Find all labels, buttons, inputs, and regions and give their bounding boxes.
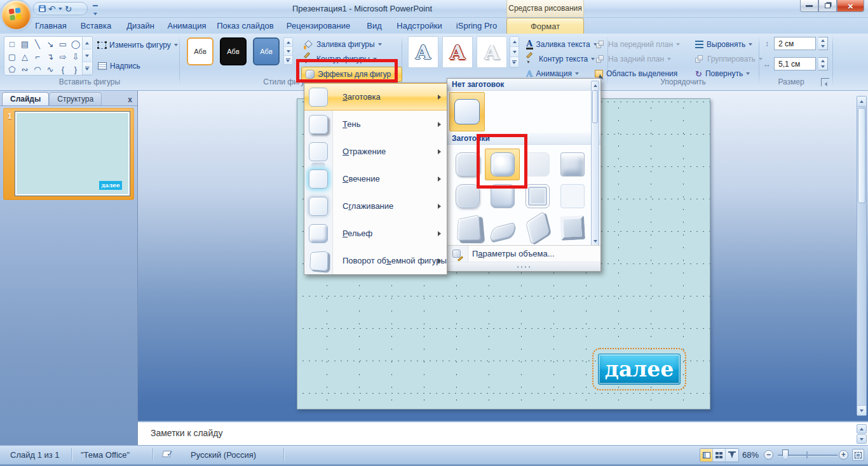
tab-animation[interactable]: Анимация [164, 18, 210, 34]
customize-qat-button[interactable] [92, 5, 99, 17]
shape-elbow-connector-icon[interactable]: ⌐ [31, 50, 44, 63]
shape-fill-button[interactable]: Заливка фигуры [304, 37, 382, 51]
shape-oval-icon[interactable]: ◯ [69, 37, 82, 50]
tab-home[interactable]: Главная [31, 18, 71, 34]
undo-icon[interactable]: ↶ [48, 4, 56, 13]
3d-options-item[interactable]: Параметры объема... [447, 245, 600, 262]
spellcheck-icon[interactable]: ✓ [163, 449, 173, 458]
shape-line-icon[interactable]: ╲ [31, 37, 44, 50]
text-outline-button[interactable]: Контур текста [526, 52, 595, 66]
width-input[interactable]: 5,1 см [774, 57, 816, 70]
shape-elbow-arrow-icon[interactable]: ↴ [44, 50, 57, 63]
wordart-style-1[interactable]: А [408, 36, 438, 68]
gallery-scroll-up[interactable] [592, 81, 599, 90]
slideshow-button[interactable] [726, 449, 738, 462]
text-fill-button[interactable]: А Заливка текста [526, 37, 597, 51]
align-button[interactable]: Выровнять [695, 37, 752, 51]
language-indicator[interactable]: Русский (Россия) [191, 450, 256, 460]
gallery-scroll-down[interactable] [592, 237, 599, 245]
shape-right-brace-icon[interactable]: } [69, 63, 82, 76]
shape-arrow-icon[interactable]: ↘ [44, 37, 57, 50]
shape-rect2-icon[interactable]: ▭ [57, 37, 69, 50]
normal-view-button[interactable] [700, 449, 713, 462]
shape-style-2[interactable]: Абв [220, 37, 247, 65]
panel-close-button[interactable]: x [128, 96, 132, 103]
wordart-more-button[interactable] [510, 57, 519, 67]
gallery-down-button[interactable] [83, 50, 92, 62]
no-preset-option-selected[interactable] [449, 92, 485, 131]
scroll-down-button[interactable] [857, 405, 866, 415]
shape-block-arrow-down-icon[interactable]: ⇩ [69, 50, 82, 63]
preset-option[interactable] [555, 212, 590, 244]
wordart-down-button[interactable] [510, 47, 519, 57]
menu-item-shadow[interactable]: Тень [304, 110, 447, 138]
slide-sorter-button[interactable] [713, 449, 726, 462]
bring-front-button[interactable]: На передний план [596, 37, 680, 51]
save-icon[interactable] [39, 5, 46, 12]
shape-rounded-rect-icon[interactable]: ▢ [6, 50, 18, 63]
menu-item-soft-edges[interactable]: Сглаживание [304, 192, 447, 220]
menu-item-preset[interactable]: Заготовка [304, 83, 447, 110]
zoom-in-button[interactable]: + [839, 450, 848, 460]
group-button[interactable]: Группировать [695, 52, 763, 66]
fit-to-window-button[interactable] [852, 449, 864, 461]
redo-icon[interactable]: ↻ [65, 4, 72, 13]
shape-left-brace-icon[interactable]: { [57, 63, 69, 76]
vertical-scrollbar[interactable] [857, 96, 867, 416]
shape-curve-icon[interactable]: ∿ [44, 63, 57, 76]
gallery-scrollbar[interactable] [591, 81, 599, 246]
undo-dropdown-caret[interactable] [58, 8, 62, 10]
gallery-more-button[interactable] [83, 62, 92, 75]
menu-item-glow[interactable]: Свечение [304, 165, 447, 192]
notes-scrollbar[interactable] [857, 424, 867, 444]
styles-down-button[interactable] [284, 47, 292, 56]
shape-rectangle-icon[interactable]: □ [6, 37, 18, 50]
gallery-up-button[interactable] [83, 37, 92, 50]
tab-outline[interactable]: Структура [49, 92, 102, 105]
notes-scroll-up[interactable] [857, 424, 867, 434]
height-spinner[interactable] [818, 37, 828, 50]
shape-freeform-icon[interactable]: ⬠ [6, 63, 18, 76]
zoom-out-button[interactable]: − [764, 450, 773, 460]
shape-block-arrow-right-icon[interactable]: ⇨ [57, 50, 69, 63]
selected-shape-button[interactable]: далее [598, 354, 681, 385]
close-button[interactable]: × [837, 0, 864, 12]
shape-arc-icon[interactable]: ◠ [31, 63, 44, 76]
office-button[interactable] [2, 1, 31, 29]
scroll-up-button[interactable] [857, 97, 866, 107]
shape-scribble-icon[interactable]: ∾ [18, 63, 31, 76]
size-dialog-launcher[interactable] [821, 78, 829, 86]
tab-design[interactable]: Дизайн [119, 18, 161, 34]
slide-thumbnail-selected[interactable]: 1 далее [3, 108, 134, 200]
shape-triangle-icon[interactable]: △ [18, 50, 31, 63]
tab-addins[interactable]: Надстройки [393, 18, 446, 34]
styles-up-button[interactable] [284, 38, 292, 47]
textbox-button[interactable]: Надпись [98, 59, 140, 73]
menu-item-bevel[interactable]: Рельеф [304, 220, 447, 247]
preset-option[interactable] [485, 212, 520, 244]
theme-name[interactable]: "Тема Office" [81, 450, 130, 460]
tab-review[interactable]: Рецензирование [281, 18, 356, 34]
preset-option[interactable] [520, 212, 555, 244]
gallery-scroll-thumb[interactable] [592, 90, 598, 123]
preset-option[interactable] [450, 212, 485, 244]
minimize-button[interactable] [800, 0, 818, 12]
styles-more-button[interactable] [284, 56, 292, 65]
shape-style-1[interactable]: Абв [187, 37, 214, 65]
menu-resize-grip[interactable] [447, 262, 600, 271]
tab-insert[interactable]: Вставка [75, 18, 117, 34]
menu-item-reflection[interactable]: Отражение [304, 138, 447, 165]
wordart-up-button[interactable] [510, 37, 519, 47]
shape-textbox-icon[interactable]: ▤ [18, 37, 31, 50]
send-back-button[interactable]: На задний план [596, 52, 671, 66]
scrollbar-thumb[interactable] [858, 108, 865, 203]
menu-item-3d-rotation[interactable]: Поворот объемной фигуры [304, 247, 447, 274]
zoom-slider-thumb[interactable] [782, 449, 789, 460]
preset-option[interactable] [555, 149, 590, 180]
preset-option[interactable] [555, 180, 590, 212]
height-input[interactable]: 2 см [774, 37, 816, 50]
tab-ispring-pro[interactable]: iSpring Pro [449, 18, 505, 34]
tab-slides[interactable]: Слайды [2, 92, 49, 105]
wordart-style-3[interactable]: А [477, 36, 507, 68]
tab-view[interactable]: Вид [358, 18, 390, 34]
